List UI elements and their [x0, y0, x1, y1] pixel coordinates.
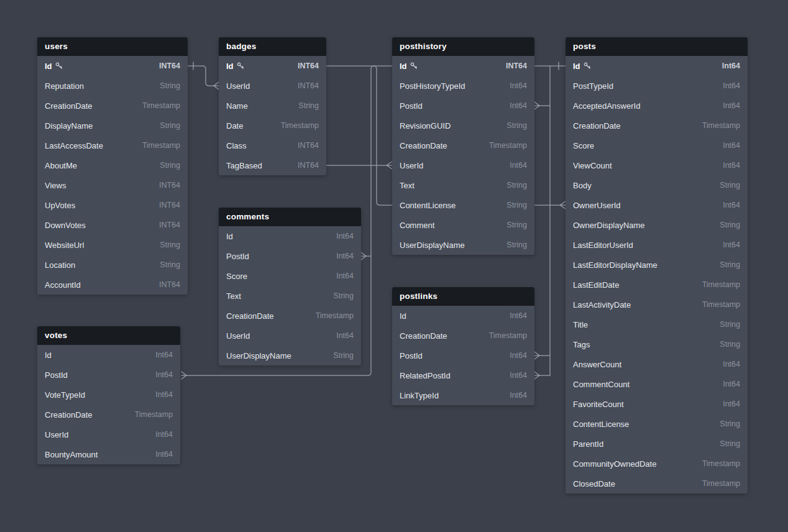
table-row-comments-Text[interactable]: Text String — [219, 286, 361, 306]
table-row-votes-Id[interactable]: Id Int64 — [37, 345, 180, 365]
table-row-votes-PostId[interactable]: PostId Int64 — [37, 365, 180, 385]
table-row-postlinks-CreationDate[interactable]: CreationDate Timestamp — [392, 326, 534, 346]
table-row-posts-LastEditorDisplayName[interactable]: LastEditorDisplayName String — [566, 255, 748, 275]
table-row-users-LastAccessDate[interactable]: LastAccessDate Timestamp — [37, 135, 188, 155]
field-type: Timestamp — [142, 141, 180, 150]
table-badges[interactable]: badges Id INT64 UserId INT64 Name String… — [219, 37, 326, 175]
table-postlinks[interactable]: postlinks Id Int64 CreationDate Timestam… — [392, 287, 534, 405]
table-row-users-CreationDate[interactable]: CreationDate Timestamp — [37, 96, 188, 116]
table-row-users-Views[interactable]: Views INT64 — [37, 175, 188, 195]
table-title-comments[interactable]: comments — [219, 208, 361, 226]
field-type: String — [506, 121, 527, 130]
table-posts[interactable]: posts Id Int64 PostTypeId Int64 Accepted… — [566, 37, 748, 493]
table-row-badges-UserId[interactable]: UserId INT64 — [219, 76, 326, 96]
table-row-users-Reputation[interactable]: Reputation String — [37, 76, 188, 96]
table-users[interactable]: users Id INT64 Reputation String Creatio… — [37, 37, 188, 295]
table-row-users-UpVotes[interactable]: UpVotes INT64 — [37, 195, 188, 215]
field-type: String — [160, 260, 180, 269]
table-row-posts-OwnerUserId[interactable]: OwnerUserId Int64 — [566, 195, 748, 215]
table-title-users[interactable]: users — [37, 37, 188, 56]
table-row-posthistory-PostId[interactable]: PostId Int64 — [392, 96, 534, 116]
table-row-badges-TagBased[interactable]: TagBased INT64 — [219, 155, 326, 175]
table-row-users-AboutMe[interactable]: AboutMe String — [37, 155, 188, 175]
table-row-posts-Body[interactable]: Body String — [566, 175, 748, 195]
table-row-posts-ViewCount[interactable]: ViewCount Int64 — [566, 155, 748, 175]
table-votes[interactable]: votes Id Int64 PostId Int64 VoteTypeId I… — [37, 326, 180, 464]
table-row-users-WebsiteUrl[interactable]: WebsiteUrl String — [37, 235, 188, 255]
table-row-comments-UserId[interactable]: UserId Int64 — [219, 326, 361, 346]
table-body: Id Int64 CreationDate Timestamp PostId I… — [392, 306, 534, 405]
table-row-badges-Date[interactable]: Date Timestamp — [219, 116, 326, 135]
field-name: OwnerUserId — [573, 201, 621, 210]
table-row-posts-LastEditorUserId[interactable]: LastEditorUserId Int64 — [566, 235, 748, 255]
field-name: Text — [400, 181, 415, 190]
table-row-posts-Id[interactable]: Id Int64 — [566, 56, 748, 76]
field-type: Int64 — [155, 390, 173, 399]
table-row-posts-ClosedDate[interactable]: ClosedDate Timestamp — [566, 474, 748, 493]
table-row-posts-Tags[interactable]: Tags String — [566, 334, 748, 354]
table-row-users-Location[interactable]: Location String — [37, 255, 188, 275]
table-title-postlinks[interactable]: postlinks — [392, 287, 534, 306]
table-row-comments-UserDisplayName[interactable]: UserDisplayName String — [219, 346, 361, 365]
table-row-posthistory-RevisionGUID[interactable]: RevisionGUID String — [392, 116, 534, 135]
field-type: Int64 — [723, 241, 740, 249]
table-row-postlinks-RelatedPostId[interactable]: RelatedPostId Int64 — [392, 365, 534, 385]
table-row-users-DownVotes[interactable]: DownVotes INT64 — [37, 215, 188, 235]
table-comments[interactable]: comments Id Int64 PostId Int64 Score Int… — [219, 208, 361, 365]
table-row-badges-Id[interactable]: Id INT64 — [219, 56, 326, 76]
table-row-posts-OwnerDisplayName[interactable]: OwnerDisplayName String — [566, 215, 748, 235]
field-type: Int64 — [155, 351, 173, 359]
table-row-posts-CommentCount[interactable]: CommentCount Int64 — [566, 374, 748, 394]
table-row-users-Id[interactable]: Id INT64 — [37, 56, 188, 76]
table-row-comments-CreationDate[interactable]: CreationDate Timestamp — [219, 306, 361, 326]
field-name: Location — [45, 260, 75, 270]
field-type: String — [333, 291, 354, 300]
table-row-posts-AnswerCount[interactable]: AnswerCount Int64 — [566, 354, 748, 374]
table-row-posts-CommunityOwnedDate[interactable]: CommunityOwnedDate Timestamp — [566, 454, 748, 474]
table-row-badges-Class[interactable]: Class INT64 — [219, 135, 326, 155]
table-row-posts-FavoriteCount[interactable]: FavoriteCount Int64 — [566, 394, 748, 414]
table-row-posts-Score[interactable]: Score Int64 — [566, 135, 748, 155]
table-title-posts[interactable]: posts — [566, 37, 748, 56]
table-row-comments-PostId[interactable]: PostId Int64 — [219, 246, 361, 266]
table-row-comments-Score[interactable]: Score Int64 — [219, 266, 361, 286]
table-row-posts-LastEditDate[interactable]: LastEditDate Timestamp — [566, 275, 748, 295]
table-row-posthistory-Comment[interactable]: Comment String — [392, 215, 534, 235]
table-row-posts-AcceptedAnswerId[interactable]: AcceptedAnswerId Int64 — [566, 96, 748, 116]
table-row-posthistory-ContentLicense[interactable]: ContentLicense String — [392, 195, 534, 215]
table-row-posts-ContentLicense[interactable]: ContentLicense String — [566, 414, 748, 434]
table-row-posthistory-UserDisplayName[interactable]: UserDisplayName String — [392, 235, 534, 255]
table-row-posthistory-PostHistoryTypeId[interactable]: PostHistoryTypeId Int64 — [392, 76, 534, 96]
table-row-posts-CreationDate[interactable]: CreationDate Timestamp — [566, 116, 748, 135]
table-row-votes-UserId[interactable]: UserId Int64 — [37, 424, 180, 444]
table-row-postlinks-Id[interactable]: Id Int64 — [392, 306, 534, 326]
table-title-votes[interactable]: votes — [37, 326, 180, 345]
table-row-posthistory-Id[interactable]: Id INT64 — [392, 56, 534, 76]
field-name: Views — [45, 181, 66, 190]
table-title-posthistory[interactable]: posthistory — [392, 37, 534, 56]
table-body: Id Int64 PostId Int64 VoteTypeId Int64 C… — [37, 345, 180, 464]
table-row-posthistory-UserId[interactable]: UserId Int64 — [392, 155, 534, 175]
table-row-users-AccountId[interactable]: AccountId INT64 — [37, 275, 188, 295]
table-row-posts-Title[interactable]: Title String — [566, 314, 748, 334]
table-row-posthistory-CreationDate[interactable]: CreationDate Timestamp — [392, 135, 534, 155]
table-row-postlinks-PostId[interactable]: PostId Int64 — [392, 346, 534, 365]
table-row-posts-LastActivityDate[interactable]: LastActivityDate Timestamp — [566, 295, 748, 314]
table-title-badges[interactable]: badges — [219, 37, 326, 56]
table-row-postlinks-LinkTypeId[interactable]: LinkTypeId Int64 — [392, 385, 534, 405]
field-name: LinkTypeId — [400, 391, 439, 400]
table-row-votes-VoteTypeId[interactable]: VoteTypeId Int64 — [37, 385, 180, 405]
table-row-badges-Name[interactable]: Name String — [219, 96, 326, 116]
table-row-votes-CreationDate[interactable]: CreationDate Timestamp — [37, 405, 180, 424]
table-row-users-DisplayName[interactable]: DisplayName String — [37, 116, 188, 135]
table-row-posts-PostTypeId[interactable]: PostTypeId Int64 — [566, 76, 748, 96]
table-row-comments-Id[interactable]: Id Int64 — [219, 226, 361, 246]
table-posthistory[interactable]: posthistory Id INT64 PostHistoryTypeId I… — [392, 37, 534, 255]
table-row-posthistory-Text[interactable]: Text String — [392, 175, 534, 195]
field-name: Score — [226, 272, 247, 281]
field-name: PostId — [45, 370, 68, 380]
table-row-votes-BountyAmount[interactable]: BountyAmount Int64 — [37, 444, 180, 464]
table-row-posts-ParentId[interactable]: ParentId String — [566, 434, 748, 454]
field-type: Int64 — [510, 161, 527, 170]
field-type: Int64 — [723, 360, 740, 369]
